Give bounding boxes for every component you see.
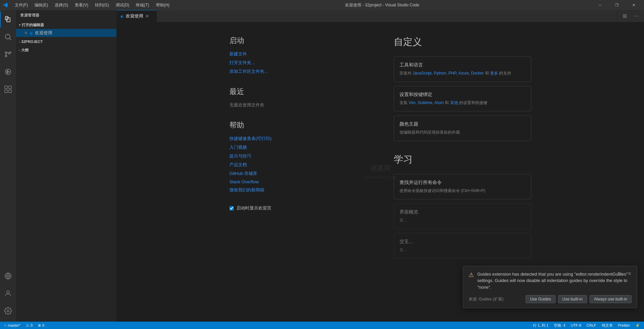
status-branch[interactable]: ⑃ master*: [3, 322, 22, 329]
use-built-in-button[interactable]: Use built-in: [558, 295, 587, 303]
menu-select[interactable]: 选择(S): [52, 2, 71, 9]
warning-count-icon: ⊗: [38, 323, 41, 328]
menu-debug[interactable]: 调试(D): [113, 2, 132, 9]
atom-link[interactable]: Atom: [434, 100, 444, 105]
interface-overview-item[interactable]: 界面概览 查...: [394, 203, 531, 229]
status-language[interactable]: 纯文本: [600, 322, 614, 329]
status-warnings[interactable]: ⊗ 0: [37, 322, 46, 329]
live-share-icon: ⚡: [635, 323, 640, 328]
gear-icon: ⚙: [617, 271, 621, 276]
error-icon: ⚠: [26, 323, 29, 328]
maximize-button[interactable]: ❐: [609, 0, 625, 10]
tips-tricks-link[interactable]: 提示与技巧: [229, 153, 367, 159]
title-bar: 文件(F) 编辑(E) 选择(S) 查看(V) 转到(G) 调试(D) 终端(T…: [0, 0, 644, 10]
interface-overview-desc: 查...: [399, 217, 526, 223]
activity-debug[interactable]: [0, 64, 16, 80]
chevron-down-icon: ▾: [19, 23, 20, 27]
notification-close-button[interactable]: ✕: [626, 270, 634, 278]
close-icon[interactable]: ✕: [24, 31, 28, 35]
use-guides-button[interactable]: Use Guides: [526, 295, 555, 303]
find-commands-item[interactable]: 查找并运行所有命令 使用命令面板快速访问和搜索命令 (Ctrl+Shift+P): [394, 174, 531, 199]
activity-extensions[interactable]: [0, 81, 16, 97]
status-position[interactable]: 行 1, 列 1: [532, 322, 550, 329]
python-link[interactable]: Python: [434, 71, 446, 76]
more-link[interactable]: 更多: [490, 71, 498, 76]
close-button[interactable]: ✕: [626, 0, 641, 10]
activity-account[interactable]: [0, 285, 16, 301]
error-count: 0: [31, 323, 33, 327]
customize-title: 自定义: [394, 36, 531, 48]
tab-welcome[interactable]: ◈ 欢迎使用 ✕: [117, 10, 157, 22]
window-controls: ─ ❐ ✕: [592, 0, 641, 10]
status-errors[interactable]: ⚠ 0: [24, 322, 34, 329]
menu-edit[interactable]: 编辑(E): [32, 2, 51, 9]
keybindings-item[interactable]: 设置和按键绑定 安装 Vim, Sublime, Atom 和 其他 的设置和快…: [394, 86, 531, 111]
stackoverflow-link[interactable]: Stack Overflow: [229, 179, 367, 184]
show-welcome-checkbox[interactable]: [229, 206, 234, 210]
menu-terminal[interactable]: 终端(T): [133, 2, 152, 9]
menu-view[interactable]: 查看(V): [72, 2, 91, 9]
status-bar: ⑃ master* ⚠ 0 ⊗ 0 行 1, 列 1 空格: 4 UTF-8 C…: [0, 322, 644, 329]
color-theme-item[interactable]: 颜色主题 使编辑器和代码呈现你喜欢的外观: [394, 115, 531, 141]
interface-overview-title: 界面概览: [399, 209, 526, 215]
project-header[interactable]: › 32PROJECT: [16, 38, 116, 45]
new-file-link[interactable]: 新建文件: [229, 51, 367, 57]
status-formatter[interactable]: Prettier: [617, 322, 631, 329]
outline-header[interactable]: › 大纲: [16, 46, 116, 54]
php-link[interactable]: PHP: [448, 71, 456, 76]
docker-link[interactable]: Docker: [471, 71, 484, 76]
other-keybindings-link[interactable]: 其他: [450, 100, 458, 105]
activity-settings[interactable]: [0, 303, 16, 319]
product-docs-link[interactable]: 产品文档: [229, 162, 367, 168]
vim-link[interactable]: Vim: [409, 100, 415, 105]
notification-actions: 来源: Guides (扩展) Use Guides Use built-in …: [469, 295, 632, 303]
azure-link[interactable]: Azure: [458, 71, 469, 76]
menu-file[interactable]: 文件(F): [12, 2, 31, 9]
open-editors-header[interactable]: ▾ 打开的编辑器: [16, 21, 116, 29]
status-bar-left: ⑃ master* ⚠ 0 ⊗ 0: [3, 322, 46, 329]
title-bar-left: 文件(F) 编辑(E) 选择(S) 查看(V) 转到(G) 调试(D) 终端(T…: [3, 2, 172, 9]
js-link[interactable]: JavaScript: [413, 71, 431, 76]
status-spaces[interactable]: 空格: 4: [552, 322, 567, 329]
keyboard-shortcut-link[interactable]: 快捷键速查表(可打印): [229, 136, 367, 142]
interactive-item[interactable]: 交互... 在...: [394, 233, 531, 258]
menu-help[interactable]: 帮助(H): [153, 2, 172, 9]
tab-close-button[interactable]: ✕: [145, 13, 149, 19]
status-live-share[interactable]: ⚡: [634, 322, 641, 329]
sidebar-open-file[interactable]: ✕ ◈ 欢迎使用: [16, 29, 116, 37]
status-eol[interactable]: CRLF: [585, 322, 598, 329]
always-use-built-in-button[interactable]: Always use built-in: [590, 295, 632, 303]
newsletter-link[interactable]: 接收我们的新闻稿: [229, 187, 367, 193]
status-encoding[interactable]: UTF-8: [570, 322, 583, 329]
chevron-right-icon: ›: [19, 40, 20, 44]
activity-bottom: [0, 268, 16, 322]
outline-label: 大纲: [21, 48, 29, 53]
menu-bar: 文件(F) 编辑(E) 选择(S) 查看(V) 转到(G) 调试(D) 终端(T…: [12, 2, 172, 9]
more-actions-button[interactable]: ⋯: [632, 11, 641, 21]
show-welcome-label[interactable]: 启动时显示欢迎页: [236, 205, 271, 211]
sublime-link[interactable]: Sublime: [418, 100, 432, 105]
notification-gear-button[interactable]: ⚙: [615, 270, 623, 278]
menu-goto[interactable]: 转到(G): [92, 2, 111, 9]
add-workspace-link[interactable]: 添加工作区文件夹...: [229, 68, 367, 75]
activity-bar: [0, 10, 16, 322]
outline-section: › 大纲: [16, 46, 116, 55]
activity-explorer[interactable]: [0, 11, 16, 28]
open-folder-link[interactable]: 打开文件夹...: [229, 60, 367, 66]
customize-section: 自定义 工具和语言 安装对 JavaScript, Python, PHP, A…: [394, 36, 531, 141]
activity-source-control[interactable]: [0, 46, 16, 62]
no-recent-text: 无最近使用文件夹: [229, 102, 367, 108]
color-theme-desc: 使编辑器和代码呈现你喜欢的外观: [399, 129, 526, 135]
minimize-button[interactable]: ─: [592, 0, 608, 10]
tools-languages-item[interactable]: 工具和语言 安装对 JavaScript, Python, PHP, Azure…: [394, 56, 531, 82]
start-section: 启动 新建文件 打开文件夹... 添加工作区文件夹...: [229, 36, 367, 75]
activity-remote[interactable]: [0, 268, 16, 284]
notification-text: Guides extension has detected that you a…: [477, 271, 632, 291]
color-theme-title: 颜色主题: [399, 121, 526, 127]
activity-search[interactable]: [0, 29, 16, 45]
split-editor-button[interactable]: ⊞: [620, 11, 629, 21]
github-link[interactable]: GitHub 存储库: [229, 171, 367, 177]
start-title: 启动: [229, 36, 367, 46]
intro-video-link[interactable]: 入门视频: [229, 144, 367, 150]
eol-label: CRLF: [587, 323, 596, 327]
